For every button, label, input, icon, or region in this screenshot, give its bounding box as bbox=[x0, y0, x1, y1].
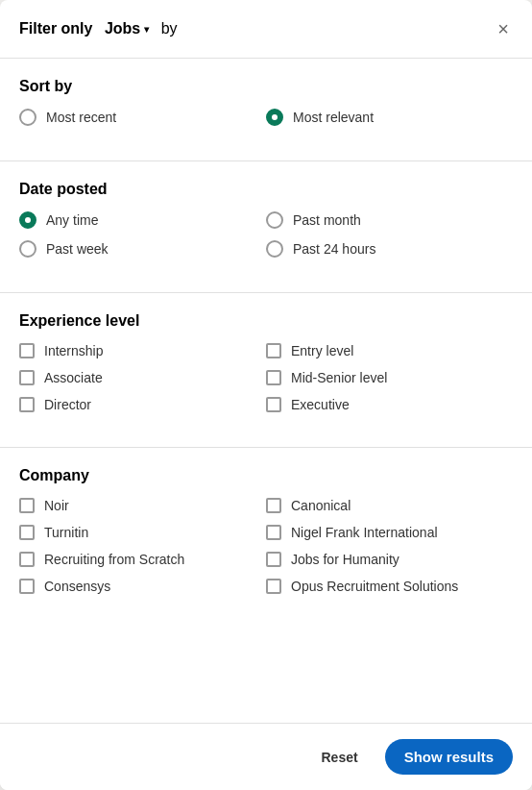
internship-checkbox-icon bbox=[19, 343, 35, 358]
executive-checkbox-icon bbox=[266, 397, 281, 412]
sort-most-recent[interactable]: Most recent bbox=[19, 109, 266, 126]
reset-button[interactable]: Reset bbox=[306, 742, 374, 773]
consensys-label: Consensys bbox=[44, 579, 110, 594]
noir-label: Noir bbox=[44, 498, 69, 513]
date-past-week[interactable]: Past week bbox=[19, 240, 266, 258]
experience-level-section: Experience level Internship Entry level … bbox=[0, 293, 532, 428]
past-24-radio-icon bbox=[266, 240, 283, 258]
date-posted-section: Date posted Any time Past month Past wee… bbox=[0, 161, 532, 273]
company-nigel-frank[interactable]: Nigel Frank International bbox=[266, 525, 513, 540]
exp-associate[interactable]: Associate bbox=[19, 370, 266, 385]
company-jobs-humanity[interactable]: Jobs for Humanity bbox=[266, 552, 513, 567]
company-section: Company Noir Canonical Turnitin bbox=[0, 448, 532, 609]
filter-prefix: Filter only bbox=[19, 20, 92, 37]
date-posted-title: Date posted bbox=[19, 181, 513, 198]
consensys-checkbox-icon bbox=[19, 579, 35, 594]
close-button[interactable]: × bbox=[494, 15, 513, 42]
header-title: Filter only Jobs ▾ by bbox=[19, 20, 494, 37]
past-month-label: Past month bbox=[293, 212, 361, 228]
director-checkbox-icon bbox=[19, 397, 35, 412]
jobs-humanity-label: Jobs for Humanity bbox=[291, 552, 399, 567]
nigel-frank-label: Nigel Frank International bbox=[291, 525, 438, 540]
date-posted-options: Any time Past month Past week Past 24 ho… bbox=[19, 211, 513, 273]
jobs-humanity-checkbox-icon bbox=[266, 552, 281, 567]
exp-entry-level[interactable]: Entry level bbox=[266, 343, 513, 358]
date-past-24[interactable]: Past 24 hours bbox=[266, 240, 513, 258]
entry-level-checkbox-icon bbox=[266, 343, 281, 358]
recruiting-scratch-checkbox-icon bbox=[19, 552, 35, 567]
associate-checkbox-icon bbox=[19, 370, 35, 385]
sort-by-options: Most recent Most relevant bbox=[19, 109, 513, 141]
filter-content: Sort by Most recent Most relevant Date p… bbox=[0, 59, 532, 723]
director-label: Director bbox=[44, 397, 91, 412]
entry-level-label: Entry level bbox=[291, 343, 353, 358]
recruiting-scratch-label: Recruiting from Scratch bbox=[44, 552, 184, 567]
sort-by-title: Sort by bbox=[19, 78, 513, 95]
most-recent-radio-icon bbox=[19, 109, 36, 126]
past-24-label: Past 24 hours bbox=[293, 241, 375, 257]
exp-executive[interactable]: Executive bbox=[266, 397, 513, 412]
past-week-radio-icon bbox=[19, 240, 36, 258]
experience-level-title: Experience level bbox=[19, 312, 513, 330]
mid-senior-checkbox-icon bbox=[266, 370, 281, 385]
experience-level-options: Internship Entry level Associate Mid-Sen… bbox=[19, 343, 513, 428]
opus-label: Opus Recruitment Solutions bbox=[291, 579, 458, 594]
date-past-month[interactable]: Past month bbox=[266, 211, 513, 229]
show-results-button[interactable]: Show results bbox=[385, 739, 513, 775]
dropdown-label: Jobs bbox=[105, 20, 140, 37]
canonical-label: Canonical bbox=[291, 498, 351, 513]
most-relevant-radio-icon bbox=[266, 109, 283, 126]
past-month-radio-icon bbox=[266, 211, 283, 229]
associate-label: Associate bbox=[44, 370, 103, 385]
company-opus[interactable]: Opus Recruitment Solutions bbox=[266, 579, 513, 594]
most-relevant-label: Most relevant bbox=[293, 110, 374, 125]
sort-most-relevant[interactable]: Most relevant bbox=[266, 109, 513, 126]
any-time-radio-icon bbox=[19, 211, 36, 229]
modal-header: Filter only Jobs ▾ by × bbox=[0, 0, 532, 59]
modal-footer: Reset Show results bbox=[0, 723, 532, 790]
exp-director[interactable]: Director bbox=[19, 397, 266, 412]
exp-internship[interactable]: Internship bbox=[19, 343, 266, 358]
most-recent-label: Most recent bbox=[46, 110, 116, 125]
nigel-frank-checkbox-icon bbox=[266, 525, 281, 540]
executive-label: Executive bbox=[291, 397, 350, 412]
turnitin-checkbox-icon bbox=[19, 525, 35, 540]
company-turnitin[interactable]: Turnitin bbox=[19, 525, 266, 540]
company-recruiting-scratch[interactable]: Recruiting from Scratch bbox=[19, 552, 266, 567]
date-any-time[interactable]: Any time bbox=[19, 211, 266, 229]
canonical-checkbox-icon bbox=[266, 498, 281, 513]
exp-mid-senior[interactable]: Mid-Senior level bbox=[266, 370, 513, 385]
filter-dropdown[interactable]: Jobs ▾ bbox=[105, 20, 149, 37]
company-consensys[interactable]: Consensys bbox=[19, 579, 266, 594]
filter-modal: Filter only Jobs ▾ by × Sort by Most rec… bbox=[0, 0, 532, 790]
past-week-label: Past week bbox=[46, 241, 109, 257]
company-title: Company bbox=[19, 467, 513, 484]
mid-senior-label: Mid-Senior level bbox=[291, 370, 387, 385]
internship-label: Internship bbox=[44, 343, 103, 358]
chevron-down-icon: ▾ bbox=[144, 24, 149, 35]
noir-checkbox-icon bbox=[19, 498, 35, 513]
company-canonical[interactable]: Canonical bbox=[266, 498, 513, 513]
company-noir[interactable]: Noir bbox=[19, 498, 266, 513]
sort-by-section: Sort by Most recent Most relevant bbox=[0, 59, 532, 141]
turnitin-label: Turnitin bbox=[44, 525, 88, 540]
opus-checkbox-icon bbox=[266, 579, 281, 594]
filter-suffix: by bbox=[161, 20, 178, 37]
company-options: Noir Canonical Turnitin Nigel Frank Inte… bbox=[19, 498, 513, 609]
any-time-label: Any time bbox=[46, 212, 98, 228]
